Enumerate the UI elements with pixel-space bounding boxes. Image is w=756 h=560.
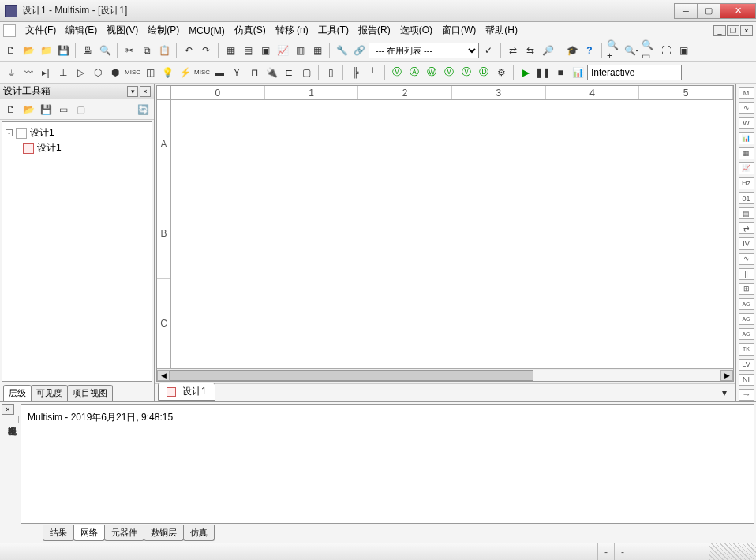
backannotate-icon[interactable]: ⇄ bbox=[505, 43, 521, 58]
advanced-icon[interactable]: ▬ bbox=[211, 65, 227, 80]
resize-grip[interactable] bbox=[709, 543, 756, 560]
tab-components[interactable]: 元器件 bbox=[104, 525, 144, 541]
agilent-mm-icon[interactable]: AG bbox=[739, 313, 754, 325]
tab-project-view[interactable]: 项目视图 bbox=[67, 385, 113, 401]
open-sample-icon[interactable]: 📁 bbox=[38, 43, 54, 58]
grapher-icon[interactable]: 📈 bbox=[275, 43, 290, 58]
schematic-canvas[interactable] bbox=[171, 100, 733, 368]
panel-close-button[interactable]: × bbox=[140, 86, 151, 97]
paste-icon[interactable]: 📋 bbox=[156, 43, 172, 58]
probe-dv-icon[interactable]: Ⓥ bbox=[458, 65, 474, 80]
print-preview-icon[interactable]: 🔍 bbox=[97, 43, 113, 58]
redo-icon[interactable]: ↷ bbox=[198, 43, 214, 58]
find-icon[interactable]: 🔎 bbox=[540, 43, 556, 58]
panel-open-icon[interactable]: 📂 bbox=[21, 102, 36, 118]
system-menu-icon[interactable] bbox=[3, 24, 16, 37]
open-icon[interactable]: 📂 bbox=[21, 43, 36, 58]
component-db-icon[interactable]: 🔧 bbox=[334, 43, 350, 58]
tab-net[interactable]: 网络 bbox=[73, 525, 105, 541]
tab-result[interactable]: 结果 bbox=[43, 525, 74, 541]
component-wizard-icon[interactable]: 🔗 bbox=[351, 43, 367, 58]
panel-saveall-icon[interactable]: ▭ bbox=[55, 102, 71, 118]
ttl-icon[interactable]: ⬡ bbox=[90, 65, 106, 80]
rf-icon[interactable]: Y bbox=[229, 65, 245, 80]
new-icon[interactable]: 🗋 bbox=[3, 43, 19, 58]
menu-simulate[interactable]: 仿真(S) bbox=[230, 22, 271, 39]
logic-analyzer-icon[interactable]: ▤ bbox=[739, 207, 754, 219]
scroll-left-icon[interactable]: ◀ bbox=[157, 370, 170, 381]
scroll-right-icon[interactable]: ▶ bbox=[720, 370, 733, 381]
help-icon[interactable]: ? bbox=[582, 43, 597, 58]
probe-a-icon[interactable]: Ⓐ bbox=[406, 65, 422, 80]
misc-digital-icon[interactable]: MISC bbox=[125, 65, 140, 80]
bus-icon[interactable]: ╠ bbox=[347, 65, 363, 80]
func-gen-icon[interactable]: ∿ bbox=[739, 102, 754, 114]
wattmeter-icon[interactable]: W bbox=[739, 117, 754, 129]
analog-icon[interactable]: ▷ bbox=[73, 65, 88, 80]
zoom-area-icon[interactable]: 🔍▭ bbox=[641, 43, 657, 58]
zoom-fit-icon[interactable]: ⛶ bbox=[658, 43, 674, 58]
forward-annotate-icon[interactable]: ⇆ bbox=[522, 43, 538, 58]
bode-plotter-icon[interactable]: 📈 bbox=[739, 162, 754, 174]
labview-icon[interactable]: LV bbox=[739, 359, 754, 371]
mdi-restore-button[interactable]: ❐ bbox=[727, 25, 739, 36]
probe-w-icon[interactable]: Ⓦ bbox=[424, 65, 440, 80]
menu-reports[interactable]: 报告(R) bbox=[354, 22, 395, 39]
mixed-icon[interactable]: ◫ bbox=[142, 65, 158, 80]
simulation-mode-combo[interactable] bbox=[587, 65, 682, 80]
menu-help[interactable]: 帮助(H) bbox=[481, 22, 522, 39]
toggle-border-icon[interactable]: ▣ bbox=[257, 43, 273, 58]
education-icon[interactable]: 🎓 bbox=[564, 43, 580, 58]
toggle-grid-icon[interactable]: ▤ bbox=[240, 43, 256, 58]
menu-options[interactable]: 选项(O) bbox=[395, 22, 437, 39]
panel-save-icon[interactable]: 💾 bbox=[38, 102, 54, 118]
mdi-minimize-button[interactable]: _ bbox=[713, 25, 726, 36]
log-output[interactable]: Multisim - 2019年6月21日, 9:48:15 bbox=[21, 404, 754, 524]
mcu-icon[interactable]: ▢ bbox=[298, 65, 314, 80]
cmos-icon[interactable]: ⬢ bbox=[107, 65, 123, 80]
tab-hierarchy[interactable]: 层级 bbox=[3, 385, 32, 401]
ni-icon[interactable]: 🔌 bbox=[264, 65, 279, 80]
network-analyzer-icon[interactable]: ⊞ bbox=[739, 283, 754, 295]
stop-icon[interactable]: ■ bbox=[552, 65, 568, 80]
basic-icon[interactable]: 〰 bbox=[21, 65, 36, 80]
indicator-icon[interactable]: 💡 bbox=[159, 65, 175, 80]
menu-file[interactable]: 文件(F) bbox=[21, 22, 61, 39]
save-icon[interactable]: 💾 bbox=[55, 43, 71, 58]
menu-view[interactable]: 视图(V) bbox=[102, 22, 143, 39]
diode-icon[interactable]: ▸| bbox=[38, 65, 54, 80]
panel-pin-button[interactable]: ▾ bbox=[127, 86, 138, 97]
design-tree[interactable]: - 设计1 设计1 bbox=[2, 121, 152, 382]
document-tab[interactable]: 设计1 bbox=[158, 383, 215, 401]
menu-draw[interactable]: 绘制(P) bbox=[143, 22, 184, 39]
probe-d-icon[interactable]: Ⓓ bbox=[476, 65, 492, 80]
print-icon[interactable]: 🖶 bbox=[80, 43, 95, 58]
zoom-in-icon[interactable]: 🔍+ bbox=[606, 43, 622, 58]
junction-icon[interactable]: ┘ bbox=[365, 65, 380, 80]
menu-edit[interactable]: 编辑(E) bbox=[61, 22, 102, 39]
zoom-out-icon[interactable]: 🔍- bbox=[623, 43, 639, 58]
copy-icon[interactable]: ⧉ bbox=[139, 43, 155, 58]
tek-osc-icon[interactable]: TK bbox=[739, 343, 754, 355]
agilent-fg-icon[interactable]: AG bbox=[739, 298, 754, 310]
mdi-close-button[interactable]: × bbox=[740, 25, 753, 36]
hierarchy-icon[interactable]: ▯ bbox=[323, 65, 339, 80]
minimize-button[interactable]: ─ bbox=[674, 3, 698, 19]
probe-vref-icon[interactable]: Ⓥ bbox=[441, 65, 457, 80]
probe-v-icon[interactable]: Ⓥ bbox=[389, 65, 405, 80]
tab-copper[interactable]: 敷铜层 bbox=[144, 525, 184, 541]
tree-collapse-icon[interactable]: - bbox=[6, 129, 13, 136]
tree-child-item[interactable]: 设计1 bbox=[23, 140, 148, 155]
maximize-button[interactable]: ▢ bbox=[697, 3, 720, 19]
power-icon[interactable]: ⚡ bbox=[177, 65, 193, 80]
panel-new-icon[interactable]: 🗋 bbox=[3, 102, 19, 118]
transistor-icon[interactable]: ⊥ bbox=[55, 65, 71, 80]
erc-icon[interactable]: ✓ bbox=[481, 43, 496, 58]
inuse-list-combo[interactable]: --- 在用列表 --- bbox=[369, 43, 479, 58]
multimeter-icon[interactable]: M bbox=[739, 87, 754, 99]
scroll-thumb[interactable] bbox=[170, 370, 533, 381]
tab-visibility[interactable]: 可见度 bbox=[31, 385, 68, 401]
fullscreen-icon[interactable]: ▣ bbox=[676, 43, 691, 58]
tab-options-icon[interactable]: ▾ bbox=[717, 385, 732, 401]
analysis-icon[interactable]: 📊 bbox=[570, 65, 586, 80]
